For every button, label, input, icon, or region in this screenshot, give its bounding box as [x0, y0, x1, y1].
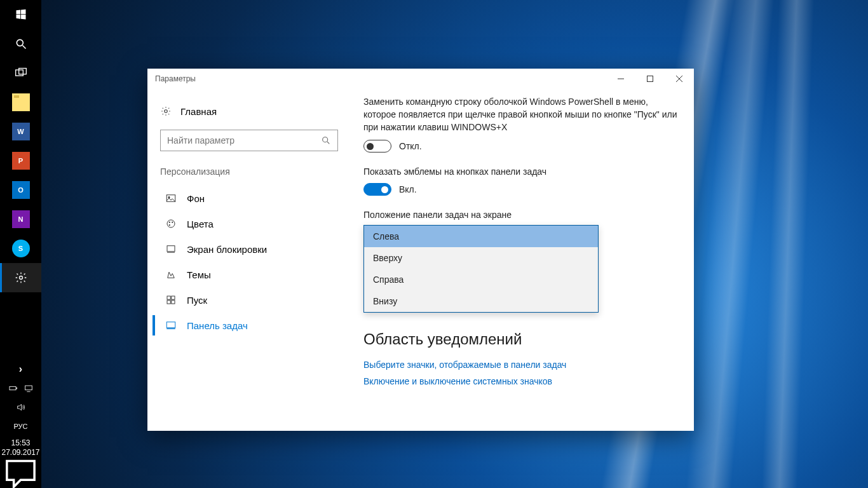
toggle-powershell-label: Откл.: [399, 141, 422, 151]
toggle-badges-switch[interactable]: [363, 183, 391, 196]
dropdown-option-right[interactable]: Справа: [364, 269, 598, 290]
nav-background[interactable]: Фон: [153, 186, 346, 211]
minimize-button[interactable]: [606, 69, 635, 89]
toggle-knob: [381, 186, 388, 193]
skype-icon: S: [12, 240, 30, 257]
nav-themes[interactable]: Темы: [153, 262, 346, 287]
nav-label: Фон: [187, 193, 205, 204]
svg-point-4: [19, 276, 22, 280]
sidebar-home-label: Главная: [180, 106, 217, 117]
svg-line-1: [22, 46, 25, 49]
taskbar: W P O N S › РУС 15:: [0, 0, 41, 488]
toggle-knob: [367, 143, 374, 150]
nav-label: Пуск: [187, 295, 207, 306]
nav-label: Экран блокировки: [187, 244, 267, 255]
svg-rect-24: [167, 296, 170, 299]
action-center-button[interactable]: [0, 460, 41, 485]
toggle-badges-label: Вкл.: [399, 184, 417, 194]
taskbar-app-explorer[interactable]: [0, 88, 41, 117]
svg-rect-6: [16, 388, 17, 390]
window-titlebar[interactable]: Параметры: [147, 69, 694, 89]
svg-line-15: [327, 142, 329, 144]
explorer-icon: [12, 93, 30, 111]
nav-label: Темы: [187, 269, 211, 280]
settings-search[interactable]: [160, 130, 338, 151]
dropdown-option-top[interactable]: Вверху: [364, 247, 598, 269]
taskbar-app-onenote[interactable]: N: [0, 205, 41, 234]
nav-start[interactable]: Пуск: [153, 287, 346, 313]
lockscreen-icon: [165, 243, 177, 255]
windows-icon: [15, 8, 27, 21]
link-system-icons[interactable]: Включение и выключение системных значков: [363, 376, 681, 386]
taskbar-app-word[interactable]: W: [0, 117, 41, 146]
svg-point-19: [169, 222, 170, 223]
themes-icon: [165, 269, 177, 280]
system-tray: › РУС 15:53 27.09.2017: [0, 360, 41, 488]
search-icon: [321, 135, 331, 146]
svg-rect-28: [166, 322, 175, 328]
taskbar-icon: [165, 320, 177, 331]
powerpoint-icon: P: [12, 152, 30, 170]
search-input[interactable]: [167, 135, 321, 146]
tray-overflow-button[interactable]: ›: [0, 360, 41, 379]
volume-icon: [16, 402, 26, 412]
svg-point-14: [323, 137, 328, 142]
gear-icon: [160, 105, 172, 117]
svg-point-18: [167, 220, 175, 227]
dropdown-option-bottom[interactable]: Внизу: [364, 290, 598, 312]
taskbar-app-settings[interactable]: [0, 263, 41, 292]
toggle-badges: Вкл.: [363, 183, 681, 196]
outlook-icon: O: [12, 181, 30, 199]
window-title: Параметры: [155, 74, 196, 83]
nav-label: Панель задач: [187, 320, 248, 331]
svg-rect-10: [648, 76, 653, 82]
toggle-powershell: Откл.: [363, 140, 681, 152]
nav-label: Цвета: [187, 219, 214, 229]
settings-content: Заменить командную строку оболочкой Wind…: [351, 89, 694, 431]
taskbar-search-button[interactable]: [0, 29, 41, 58]
gear-icon: [15, 271, 27, 284]
taskbar-app-skype[interactable]: S: [0, 234, 41, 263]
taskbar-top: W P O N S: [0, 0, 41, 292]
toggle-powershell-switch[interactable]: [363, 140, 391, 152]
action-center-icon: [0, 452, 41, 489]
tray-time: 15:53: [1, 438, 39, 448]
search-icon: [15, 37, 27, 50]
setting-position-label: Положение панели задач на экране: [363, 210, 681, 220]
battery-icon: [8, 383, 18, 393]
language-indicator: РУС: [13, 423, 27, 430]
taskbar-app-outlook[interactable]: O: [0, 175, 41, 205]
setting-powershell-desc: Заменить командную строку оболочкой Wind…: [363, 95, 681, 133]
taskbar-position-dropdown[interactable]: Слева Вверху Справа Внизу: [363, 225, 599, 313]
network-icon: [24, 383, 34, 393]
tray-battery-network-row[interactable]: [0, 379, 41, 398]
image-icon: [165, 193, 177, 204]
task-view-button[interactable]: [0, 58, 41, 88]
tray-volume-button[interactable]: [0, 398, 41, 417]
start-grid-icon: [165, 294, 177, 306]
palette-icon: [165, 218, 177, 229]
settings-body: Главная Персонализация Фон Цвета Экран б…: [147, 89, 694, 431]
link-select-icons[interactable]: Выберите значки, отображаемые в панели з…: [363, 360, 681, 370]
window-controls: [606, 69, 694, 89]
sidebar-section-title: Персонализация: [153, 163, 346, 186]
close-button[interactable]: [665, 69, 694, 89]
dropdown-option-left[interactable]: Слева: [364, 226, 598, 247]
svg-point-13: [165, 110, 168, 113]
tray-language-button[interactable]: РУС: [0, 417, 41, 436]
start-button[interactable]: [0, 0, 41, 29]
notification-area-header: Область уведомлений: [363, 330, 681, 348]
sidebar-home[interactable]: Главная: [153, 100, 346, 122]
nav-lockscreen[interactable]: Экран блокировки: [153, 236, 346, 262]
maximize-button[interactable]: [635, 69, 665, 89]
settings-window: Параметры Главная Персонализация Фон: [147, 69, 694, 431]
svg-rect-22: [167, 246, 175, 252]
nav-taskbar[interactable]: Панель задач: [153, 313, 346, 338]
onenote-icon: N: [12, 210, 30, 228]
taskbar-app-powerpoint[interactable]: P: [0, 146, 41, 175]
svg-rect-27: [172, 301, 175, 304]
chevron-right-icon: ›: [19, 363, 22, 375]
svg-rect-3: [18, 69, 26, 74]
word-icon: W: [12, 123, 30, 140]
nav-colors[interactable]: Цвета: [153, 211, 346, 236]
